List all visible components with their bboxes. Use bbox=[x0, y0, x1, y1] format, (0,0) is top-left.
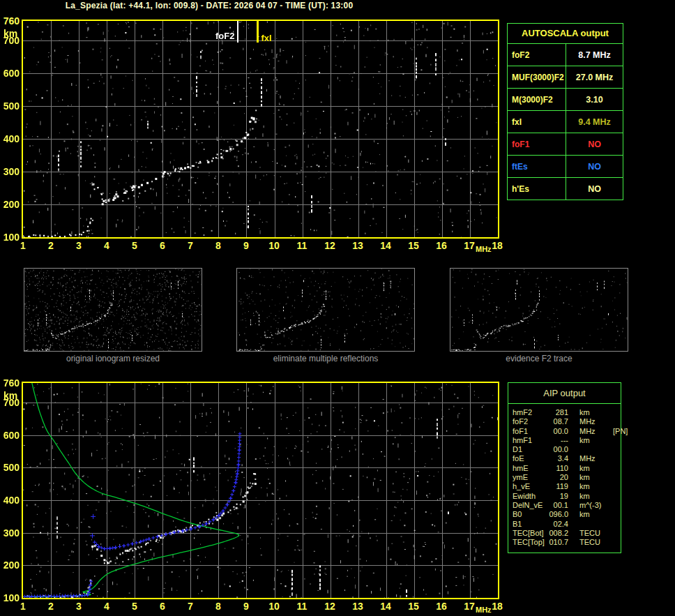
aip-row-extra bbox=[612, 445, 621, 454]
y-tick-label: 200 bbox=[0, 199, 20, 210]
aip-row: B0096.0km bbox=[508, 510, 621, 519]
thumbnail-caption-f2trace: evidence F2 trace bbox=[450, 354, 628, 363]
x-tick-label: 15 bbox=[405, 601, 422, 612]
aip-row: foE3.4MHz bbox=[508, 454, 621, 463]
x-tick-label: 14 bbox=[377, 240, 394, 251]
aip-row-value: 3.4 bbox=[545, 454, 568, 463]
autoscala-row-label: M(3000)F2 bbox=[508, 89, 566, 110]
y-tick-label: 300 bbox=[0, 527, 20, 539]
x-tick-label: 5 bbox=[126, 240, 143, 251]
aip-row-value: 119 bbox=[545, 482, 568, 491]
x-tick-label: 1 bbox=[15, 240, 31, 251]
aip-row-name: B0 bbox=[508, 510, 545, 519]
aip-row-extra bbox=[612, 454, 621, 463]
autoscala-row-label: foF2 bbox=[508, 44, 566, 66]
autoscala-row-value: 3.10 bbox=[566, 89, 623, 110]
aip-row-extra bbox=[612, 417, 621, 426]
autoscala-row-value: NO bbox=[566, 178, 623, 200]
autoscala-row-value: NO bbox=[566, 133, 623, 155]
x-tick-label: 10 bbox=[266, 240, 282, 251]
aip-row-value: 19 bbox=[545, 492, 568, 501]
x-tick-label: 11 bbox=[294, 601, 310, 612]
aip-row-name: hmE bbox=[508, 464, 545, 473]
autoscala-row-label: ftEs bbox=[508, 156, 566, 177]
aip-row-extra bbox=[612, 492, 621, 501]
aip-row-unit: km bbox=[568, 408, 612, 417]
aip-row: DelN_vE00.1m^(-3) bbox=[508, 501, 621, 510]
x-tick-label: 9 bbox=[238, 240, 255, 251]
thumbnail-original-ionogram-canvas bbox=[24, 268, 202, 352]
aip-row-unit: MHz bbox=[568, 417, 612, 426]
aip-row-name: foE bbox=[508, 454, 545, 463]
x-tick-label: 12 bbox=[321, 240, 338, 251]
aip-row: ymE20km bbox=[508, 473, 621, 482]
aip-table-header: AIP output bbox=[508, 383, 621, 404]
autoscala-row-value: 9.4 MHz bbox=[566, 111, 623, 133]
x-tick-label: 4 bbox=[98, 240, 115, 251]
thumbnail-caption-original: original ionogram resized bbox=[24, 354, 202, 363]
y-tick-label: 760 bbox=[0, 377, 20, 389]
aip-row-name: Ewidth bbox=[508, 492, 545, 501]
y-tick-label: 400 bbox=[0, 133, 20, 144]
x-tick-label: 10 bbox=[266, 601, 282, 612]
aip-row: TEC[Bot]008.2TECU bbox=[508, 529, 621, 538]
autoscala-row: h'EsNO bbox=[508, 177, 623, 200]
aip-row-extra bbox=[612, 473, 621, 482]
aip-row-extra bbox=[612, 510, 621, 519]
x-tick-label: 16 bbox=[433, 240, 450, 251]
y-tick-label: 200 bbox=[0, 559, 20, 571]
x-tick-label: 7 bbox=[182, 240, 199, 251]
aip-row-unit: km bbox=[568, 436, 612, 445]
aip-row-name: D1 bbox=[508, 445, 545, 454]
x-tick-label: 14 bbox=[377, 601, 394, 612]
aip-row-value: 110 bbox=[545, 464, 568, 473]
marker-label-fxI: fxI bbox=[261, 33, 271, 43]
aip-row-unit: km bbox=[568, 464, 612, 473]
aip-row-unit: km bbox=[568, 482, 612, 491]
aip-table-body: hmF2281kmfoF208.7MHzfoF100.0MHz[PN]hmF1-… bbox=[508, 404, 621, 547]
x-tick-label: 2 bbox=[43, 240, 59, 251]
autoscala-window: La_Spezia (lat: +44.1, lon: 009.8) - DAT… bbox=[0, 0, 675, 616]
aip-row-value: 281 bbox=[545, 408, 568, 417]
page-title: La_Spezia (lat: +44.1, lon: 009.8) - DAT… bbox=[14, 1, 404, 10]
aip-ionogram-canvas bbox=[22, 382, 499, 599]
aip-row-unit: km bbox=[568, 510, 612, 519]
autoscala-row: ftEsNO bbox=[508, 155, 623, 177]
autoscala-row: MUF(3000)F227.0 MHz bbox=[508, 66, 623, 88]
x-tick-label: 6 bbox=[154, 240, 171, 251]
main-ionogram-canvas bbox=[22, 20, 499, 239]
aip-row-name: ymE bbox=[508, 473, 545, 482]
y-tick-label: 600 bbox=[0, 68, 20, 79]
aip-row-value: 00.0 bbox=[545, 445, 568, 454]
aip-row: TEC[Top]010.7TECU bbox=[508, 538, 621, 547]
aip-row-unit bbox=[568, 520, 612, 529]
autoscala-row: fxI9.4 MHz bbox=[508, 110, 623, 133]
x-tick-label: 12 bbox=[321, 601, 338, 612]
x-axis-unit-label: MHz bbox=[476, 245, 492, 253]
aip-row-name: h_vE bbox=[508, 482, 545, 491]
aip-output-table: AIP output hmF2281kmfoF208.7MHzfoF100.0M… bbox=[508, 382, 621, 553]
y-tick-label: 400 bbox=[0, 495, 20, 506]
aip-row-name: TEC[Top] bbox=[508, 538, 545, 547]
aip-row-unit: MHz bbox=[568, 427, 612, 436]
y-axis-unit-label: km bbox=[3, 390, 17, 401]
aip-row-value: 00.0 bbox=[545, 427, 568, 436]
aip-row-value: 08.7 bbox=[545, 417, 568, 426]
y-tick-label: 300 bbox=[0, 166, 20, 177]
x-tick-label: 1 bbox=[15, 601, 31, 612]
autoscala-row-label: fxI bbox=[508, 111, 566, 133]
autoscala-row: M(3000)F23.10 bbox=[508, 88, 623, 110]
aip-row: Ewidth19km bbox=[508, 492, 621, 501]
aip-row-extra bbox=[612, 482, 621, 491]
aip-row-extra bbox=[612, 464, 621, 473]
aip-row-value: 008.2 bbox=[545, 529, 568, 538]
aip-row-name: hmF2 bbox=[508, 408, 545, 417]
autoscala-table-header: AUTOSCALA output bbox=[508, 24, 623, 43]
y-tick-label: 500 bbox=[0, 462, 20, 473]
x-tick-label: 13 bbox=[349, 601, 366, 612]
aip-row-extra bbox=[612, 436, 621, 445]
aip-row-unit: MHz bbox=[568, 454, 612, 463]
autoscala-table-body: foF28.7 MHzMUF(3000)F227.0 MHzM(3000)F23… bbox=[508, 43, 623, 200]
aip-row-value: 010.7 bbox=[545, 538, 568, 547]
aip-row-value: --- bbox=[545, 436, 568, 445]
